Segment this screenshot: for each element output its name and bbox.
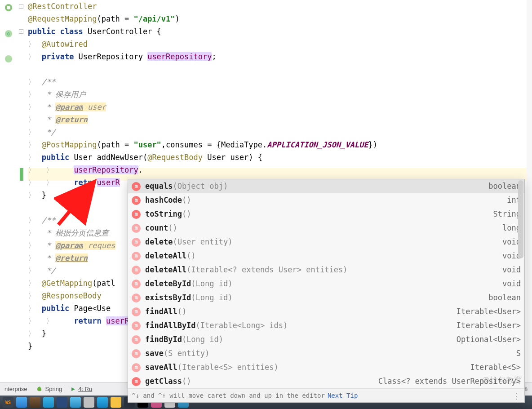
completion-params: (Long id) (191, 291, 232, 305)
code-line[interactable]: 〉 @Autowired (28, 38, 532, 50)
code-line[interactable]: 〉 @PostMapping(path = "user",consumes = … (28, 138, 532, 151)
method-badge: m (132, 307, 141, 316)
dock-app-icon[interactable] (97, 397, 108, 408)
completion-params: () (182, 193, 191, 207)
folding-gutter[interactable]: - - (16, 0, 28, 409)
completion-params: (Long id) (191, 277, 232, 291)
right-gutter[interactable] (527, 0, 532, 409)
code-line[interactable]: 〉 /** (28, 76, 532, 88)
completion-name: deleteById (145, 277, 191, 291)
next-tip-link[interactable]: Next Tip (328, 389, 358, 403)
code-line[interactable]: 〉 * @return (28, 113, 532, 126)
completion-item[interactable]: mgetClass()Class<? extends UserRepositor… (128, 374, 524, 388)
method-badge: m (132, 363, 141, 372)
completion-item[interactable]: mexistsById(Long id)boolean (128, 291, 524, 305)
completion-return-type: void (502, 277, 521, 291)
code-line[interactable]: 〉 */ (28, 126, 532, 138)
method-badge: m (132, 280, 141, 289)
completion-name: equals (145, 179, 173, 193)
completion-name: count (145, 221, 168, 235)
bean-icon-2 (4, 55, 13, 63)
method-badge: m (132, 377, 141, 386)
code-line[interactable]: @RestController (28, 0, 532, 13)
completion-name: findAll (145, 305, 177, 319)
completion-name: delete (145, 235, 173, 249)
completion-item[interactable]: mdeleteById(Long id)void (128, 277, 524, 291)
method-badge: m (132, 196, 141, 205)
completion-item[interactable]: mcount()long (128, 221, 524, 235)
change-marker (20, 168, 23, 181)
completion-item[interactable]: mdeleteAll(Iterable<? extends User> enti… (128, 263, 524, 277)
code-line[interactable]: 〉 public User addNewUser(@RequestBody Us… (28, 151, 532, 164)
completion-name: findById (145, 333, 182, 347)
dock-app-icon[interactable] (57, 397, 67, 408)
method-badge: m (132, 266, 141, 275)
dock-app-icon[interactable] (16, 397, 27, 408)
method-badge: m (132, 349, 141, 358)
code-line[interactable]: 〉 private UserRepository userRepository; (28, 50, 532, 63)
code-line[interactable]: @RequestMapping(path = "/api/v1") (28, 13, 532, 25)
method-badge: m (132, 182, 141, 191)
spring-tab[interactable]: Spring (32, 386, 67, 392)
code-line[interactable]: public class UserController { (28, 25, 532, 38)
completion-name: deleteAll (145, 263, 186, 277)
completion-return-type: boolean (488, 291, 521, 305)
completion-params: () (182, 207, 191, 221)
completion-item[interactable]: mdeleteAll()void (128, 249, 524, 263)
method-badge: m (132, 321, 141, 330)
completion-name: existsById (145, 291, 191, 305)
completion-name: saveAll (145, 360, 177, 374)
dock-app-icon[interactable] (84, 397, 94, 408)
completion-popup[interactable]: mequals(Object obj)booleanmhashCode()int… (128, 179, 525, 403)
dock-app-icon[interactable] (43, 397, 54, 408)
method-badge: m (132, 210, 141, 219)
code-line[interactable]: 〉 * 保存用户 (28, 88, 532, 101)
completion-item[interactable]: msave(S entity)S (128, 347, 524, 360)
completion-return-type: String (493, 207, 521, 221)
completion-return-type: S (516, 347, 521, 360)
completion-item[interactable]: mequals(Object obj)boolean (128, 179, 524, 193)
method-badge: m (132, 293, 141, 302)
completion-params: () (177, 305, 186, 319)
dock-app-icon[interactable] (30, 397, 40, 408)
completion-item[interactable]: mfindAll()Iterable<User> (128, 305, 524, 319)
dock-app-icon[interactable] (111, 397, 121, 408)
fold-icon[interactable]: - (19, 4, 23, 9)
completion-params: (Iterable<? extends User> entities) (186, 263, 347, 277)
svg-text:©: © (7, 31, 10, 36)
editor-pane[interactable]: © - - @RestController @RequestMapping(pa… (0, 0, 532, 409)
completion-item[interactable]: mfindById(Long id)Optional<User> (128, 333, 524, 347)
svg-point-1 (7, 6, 10, 9)
completion-name: getClass (145, 374, 182, 388)
completion-params: (User entity) (173, 235, 232, 249)
popup-scrollbar[interactable] (518, 180, 523, 258)
completion-name: deleteAll (145, 249, 186, 263)
fold-icon[interactable]: - (19, 29, 23, 34)
popup-footer: ^↓ and ^↑ will move caret down and up in… (128, 388, 524, 402)
class-icon (4, 4, 13, 12)
completion-params: (Long id) (182, 333, 223, 347)
completion-params: (Iterable<S> entities) (177, 360, 279, 374)
tool-gutter: © (0, 0, 16, 409)
dock-app-ws[interactable]: WS (3, 397, 13, 408)
spring-icon (36, 386, 43, 392)
completion-item[interactable]: mtoString()String (128, 207, 524, 221)
completion-name: hashCode (145, 193, 182, 207)
completion-item[interactable]: mfindAllById(Iterable<Long> ids)Iterable… (128, 319, 524, 333)
dock-app-icon[interactable] (70, 397, 81, 408)
annotation-arrow (54, 171, 108, 229)
completion-item[interactable]: msaveAll(Iterable<S> entities)Iterable<S… (128, 360, 524, 374)
code-line[interactable] (28, 63, 532, 76)
completion-item[interactable]: mhashCode()int (128, 193, 524, 207)
run-tab[interactable]: 4: Ru (66, 386, 97, 392)
bean-icon-1: © (4, 30, 13, 38)
method-badge: m (132, 224, 141, 233)
completion-params: () (168, 221, 177, 235)
completion-item[interactable]: mdelete(User entity)void (128, 235, 524, 249)
completion-return-type: void (502, 263, 521, 277)
enterprise-tab[interactable]: nterprise (0, 386, 32, 392)
completion-params: () (186, 249, 195, 263)
code-line[interactable]: 〉 * @param user (28, 101, 532, 113)
completion-return-type: Iterable<User> (457, 305, 521, 319)
completion-params: (Iterable<Long> ids) (196, 319, 288, 333)
